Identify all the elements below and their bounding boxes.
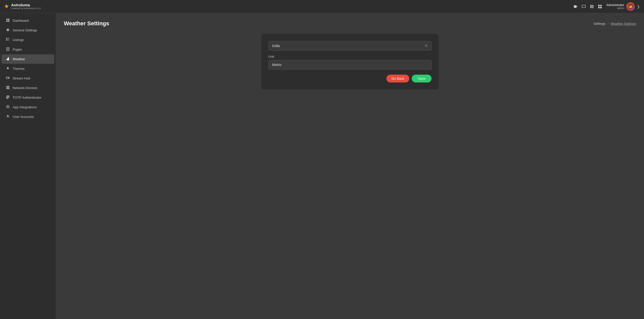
chevron-right-icon: ❯	[637, 5, 640, 9]
header-right: Administrator admin 🧔 ❯	[573, 2, 640, 11]
svg-rect-8	[6, 19, 8, 20]
list-icon[interactable]	[589, 4, 595, 9]
svg-rect-38	[7, 98, 8, 99]
page-header: Weather Settings Settings / Weather Sett…	[64, 20, 636, 27]
sidebar-item-label: General Settings	[13, 28, 37, 32]
unit-input-wrapper	[268, 60, 432, 70]
sidebar-item-label: Themes	[13, 67, 25, 71]
go-back-button[interactable]: Go Back	[386, 75, 409, 82]
svg-rect-28	[6, 88, 7, 89]
form-actions: Go Back Save	[268, 75, 432, 82]
svg-point-39	[8, 107, 8, 107]
user-role: admin	[606, 7, 624, 10]
location-input-wrapper: ✕	[268, 41, 432, 51]
svg-rect-31	[6, 96, 7, 96]
sidebar-item-label: TOTP Authenticator	[13, 96, 42, 99]
svg-rect-25	[6, 87, 7, 88]
svg-rect-26	[7, 87, 8, 88]
svg-point-40	[7, 115, 9, 116]
breadcrumb-separator: /	[608, 22, 609, 26]
svg-rect-1	[590, 5, 594, 6]
sidebar-item-themes[interactable]: Themes	[2, 64, 54, 73]
layout: Dashboard General Settings Listings	[0, 13, 644, 319]
sidebar-item-label: Listings	[13, 38, 24, 42]
svg-rect-37	[6, 98, 7, 99]
svg-rect-23	[7, 86, 8, 87]
user-name: Administrator	[606, 3, 624, 7]
svg-rect-14	[6, 39, 7, 40]
integrations-icon	[6, 105, 10, 109]
user-info[interactable]: Administrator admin 🧔 ❯	[606, 2, 640, 11]
gear-icon	[6, 28, 10, 32]
svg-rect-32	[7, 96, 8, 96]
page-title: Weather Settings	[64, 20, 109, 27]
svg-rect-12	[6, 38, 7, 39]
sidebar-item-label: App Integrations	[13, 105, 37, 109]
sidebar-item-network-devices[interactable]: Network Devices	[2, 83, 54, 93]
svg-rect-33	[9, 96, 10, 96]
svg-rect-34	[6, 97, 7, 98]
listings-icon	[6, 38, 10, 42]
unit-group: Unit	[268, 55, 432, 70]
sidebar-item-user-accounts[interactable]: User Accounts	[2, 112, 54, 121]
location-input[interactable]	[272, 44, 424, 48]
sidebar-item-label: User Accounts	[13, 115, 34, 119]
sidebar-item-pages[interactable]: Pages	[2, 45, 54, 54]
clear-icon[interactable]: ✕	[424, 44, 428, 48]
sidebar-item-label: Stream Hub	[13, 76, 30, 80]
svg-rect-6	[598, 7, 600, 8]
svg-point-20	[8, 57, 9, 59]
svg-rect-3	[590, 7, 594, 8]
sidebar-item-dashboard[interactable]: Dashboard	[2, 16, 54, 25]
network-icon	[6, 86, 10, 90]
totp-icon	[6, 95, 10, 100]
app-version: Powered by Astroluma v1.0.0	[11, 7, 41, 10]
svg-rect-15	[8, 40, 9, 40]
app-name: Astroluma	[11, 3, 41, 7]
sidebar-item-listings[interactable]: Listings	[2, 35, 54, 45]
weather-icon	[6, 57, 10, 61]
sidebar-item-label: Pages	[13, 48, 22, 51]
svg-rect-9	[8, 19, 9, 20]
location-group: ✕	[268, 41, 432, 51]
sidebar-item-weather[interactable]: Weather	[2, 54, 54, 64]
svg-rect-35	[7, 97, 8, 98]
svg-rect-10	[6, 20, 8, 22]
svg-rect-7	[600, 7, 602, 8]
svg-rect-2	[590, 6, 594, 7]
settings-card: ✕ Unit Go Back Save	[261, 34, 439, 90]
svg-rect-4	[598, 5, 600, 6]
sidebar: Dashboard General Settings Listings	[0, 13, 56, 319]
svg-rect-18	[7, 49, 9, 49]
svg-rect-17	[7, 48, 9, 49]
svg-rect-22	[6, 86, 7, 87]
svg-rect-24	[9, 86, 10, 87]
sidebar-item-general-settings[interactable]: General Settings	[2, 26, 54, 35]
unit-input[interactable]	[272, 63, 428, 67]
svg-rect-19	[7, 50, 8, 50]
user-text: Administrator admin	[606, 3, 624, 10]
unit-label: Unit	[268, 55, 432, 58]
svg-rect-27	[9, 87, 10, 88]
breadcrumb-current: Weather Settings	[611, 22, 636, 26]
breadcrumb-parent[interactable]: Settings	[594, 22, 606, 26]
video-icon[interactable]	[573, 4, 578, 9]
sidebar-item-label: Dashboard	[13, 19, 29, 23]
svg-rect-11	[8, 20, 9, 22]
sidebar-item-app-integrations[interactable]: App Integrations	[2, 102, 54, 112]
grid-apps-icon[interactable]	[597, 4, 603, 9]
logo-star-icon: ★	[4, 3, 9, 10]
display-icon[interactable]	[581, 4, 587, 9]
users-icon	[6, 115, 10, 119]
sidebar-item-stream-hub[interactable]: Stream Hub	[2, 74, 54, 83]
svg-rect-0	[582, 5, 586, 8]
sidebar-item-label: Weather	[13, 57, 25, 61]
main-content: Weather Settings Settings / Weather Sett…	[56, 13, 644, 319]
svg-rect-29	[7, 88, 8, 89]
sidebar-item-totp[interactable]: TOTP Authenticator	[2, 93, 54, 102]
themes-icon	[6, 67, 10, 71]
svg-rect-36	[9, 97, 10, 98]
save-button[interactable]: Save	[412, 75, 432, 82]
pages-icon	[6, 47, 10, 52]
logo-text: Astroluma Powered by Astroluma v1.0.0	[11, 3, 41, 10]
